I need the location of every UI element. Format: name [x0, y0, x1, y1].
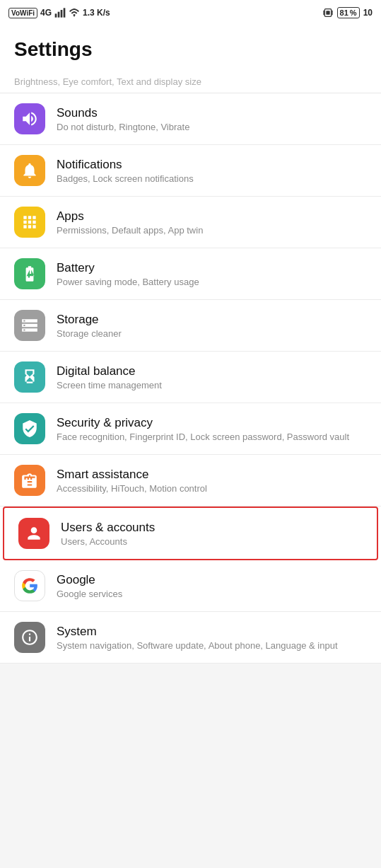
battery-icon-wrap — [14, 258, 45, 289]
google-icon — [20, 577, 39, 595]
storage-title: Storage — [57, 313, 367, 327]
digital-balance-text: Digital balance Screen time management — [57, 364, 367, 390]
vowifi-label: VoWiFi — [8, 8, 37, 18]
security-icon-wrap — [14, 413, 45, 444]
digital-balance-subtitle: Screen time management — [57, 380, 367, 390]
system-icon-wrap — [14, 622, 45, 653]
security-subtitle: Face recognition, Fingerprint ID, Lock s… — [57, 432, 367, 442]
status-time: 10 — [363, 8, 373, 18]
settings-item-smart-assistance[interactable]: Smart assistance Accessibility, HiTouch,… — [0, 455, 381, 507]
svg-rect-4 — [323, 11, 324, 16]
svg-rect-7 — [326, 11, 329, 14]
users-accounts-subtitle: Users, Accounts — [61, 536, 363, 547]
volume-icon — [20, 110, 39, 128]
notifications-text: Notifications Badges, Lock screen notifi… — [57, 158, 367, 184]
settings-list: Sounds Do not disturb, Ringtone, Vibrate… — [0, 93, 381, 664]
apps-icon — [20, 213, 39, 231]
status-bar: VoWiFi 4G 1.3 K/s 81 % 10 — [0, 0, 381, 25]
users-accounts-title: Users & accounts — [61, 521, 363, 535]
notifications-title: Notifications — [57, 158, 367, 172]
digital-balance-icon-wrap — [14, 361, 45, 393]
svg-rect-3 — [64, 8, 66, 17]
shield-icon — [20, 419, 39, 438]
hand-icon — [20, 471, 39, 490]
settings-item-system[interactable]: System System navigation, Software updat… — [0, 612, 381, 664]
storage-subtitle: Storage cleaner — [57, 328, 367, 339]
system-subtitle: System navigation, Software update, Abou… — [57, 640, 367, 651]
wifi-icon — [69, 7, 80, 18]
battery-title: Battery — [57, 261, 367, 275]
storage-text: Storage Storage cleaner — [57, 313, 367, 339]
settings-item-digital-balance[interactable]: Digital balance Screen time management — [0, 352, 381, 403]
apps-title: Apps — [57, 209, 367, 224]
security-text: Security & privacy Face recognition, Fin… — [57, 416, 367, 442]
settings-item-google[interactable]: Google Google services — [0, 560, 381, 612]
smart-assistance-text: Smart assistance Accessibility, HiTouch,… — [57, 468, 367, 494]
battery-text: Battery Power saving mode, Battery usage — [57, 261, 367, 287]
smart-assistance-icon-wrap — [14, 465, 45, 496]
user-icon — [25, 524, 43, 543]
sounds-subtitle: Do not disturb, Ringtone, Vibrate — [57, 122, 367, 132]
users-accounts-icon-wrap — [18, 518, 49, 549]
google-text: Google Google services — [57, 573, 367, 599]
battery-percent: % — [350, 8, 357, 17]
battery-subtitle: Power saving mode, Battery usage — [57, 277, 367, 287]
google-title: Google — [57, 573, 367, 587]
users-accounts-text: Users & accounts Users, Accounts — [61, 521, 363, 547]
signal-strength: 4G — [40, 8, 52, 18]
battery-level: 81 — [340, 8, 348, 17]
settings-item-storage[interactable]: Storage Storage cleaner — [0, 300, 381, 352]
smart-assistance-subtitle: Accessibility, HiTouch, Motion control — [57, 483, 367, 494]
status-right: 81 % 10 — [322, 7, 373, 18]
digital-balance-title: Digital balance — [57, 364, 367, 378]
battery-charging-icon — [20, 265, 39, 283]
system-title: System — [57, 625, 367, 639]
svg-rect-1 — [58, 12, 60, 18]
battery-indicator: 81 % — [337, 7, 360, 18]
hourglass-icon — [20, 368, 39, 386]
svg-rect-0 — [55, 13, 57, 17]
vibrate-icon — [322, 7, 334, 18]
apps-text: Apps Permissions, Default apps, App twin — [57, 209, 367, 236]
notifications-icon-wrap — [14, 155, 45, 186]
svg-rect-5 — [332, 11, 332, 16]
truncated-display-item: Brightness, Eye comfort, Text and displa… — [0, 71, 381, 93]
security-title: Security & privacy — [57, 416, 367, 430]
storage-icon — [20, 316, 39, 335]
system-text: System System navigation, Software updat… — [57, 625, 367, 651]
notifications-subtitle: Badges, Lock screen notifications — [57, 173, 367, 184]
google-icon-wrap — [14, 570, 45, 601]
google-subtitle: Google services — [57, 589, 367, 599]
smart-assistance-title: Smart assistance — [57, 468, 367, 482]
settings-item-battery[interactable]: Battery Power saving mode, Battery usage — [0, 248, 381, 300]
apps-icon-wrap — [14, 207, 45, 238]
sounds-icon-wrap — [14, 103, 45, 134]
settings-item-security-privacy[interactable]: Security & privacy Face recognition, Fin… — [0, 403, 381, 455]
info-icon — [20, 628, 39, 647]
settings-item-apps[interactable]: Apps Permissions, Default apps, App twin — [0, 197, 381, 248]
signal-bars-icon — [54, 7, 66, 18]
settings-item-notifications[interactable]: Notifications Badges, Lock screen notifi… — [0, 145, 381, 197]
apps-subtitle: Permissions, Default apps, App twin — [57, 225, 367, 236]
settings-item-sounds[interactable]: Sounds Do not disturb, Ringtone, Vibrate — [0, 93, 381, 145]
bell-icon — [20, 161, 39, 180]
storage-icon-wrap — [14, 310, 45, 341]
page-title: Settings — [0, 25, 381, 71]
settings-item-users-accounts[interactable]: Users & accounts Users, Accounts — [3, 507, 378, 560]
sounds-text: Sounds Do not disturb, Ringtone, Vibrate — [57, 106, 367, 132]
network-speed: 1.3 K/s — [83, 8, 110, 18]
status-left: VoWiFi 4G 1.3 K/s — [8, 7, 110, 18]
sounds-title: Sounds — [57, 106, 367, 120]
svg-rect-2 — [61, 10, 63, 18]
